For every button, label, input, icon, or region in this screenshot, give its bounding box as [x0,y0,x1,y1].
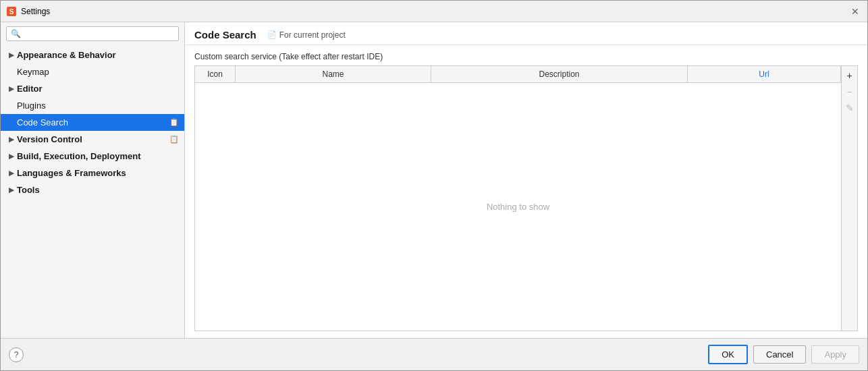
for-current-project-tab[interactable]: 📄 For current project [267,30,346,40]
sidebar-item-label: Build, Execution, Deployment [17,151,140,161]
sidebar-item-label: Editor [17,84,43,94]
sidebar-item-tools[interactable]: ▶ Tools [1,181,184,198]
sidebar-item-label: Languages & Frameworks [17,168,126,178]
sidebar-item-label: Code Search [17,117,68,127]
table-toolbar: + − ✎ [841,66,857,331]
table-main: Icon Name Description Url Nothing to sho… [195,66,841,331]
help-icon: ? [14,350,19,360]
col-description: Description [431,66,688,82]
apply-button[interactable]: Apply [811,345,859,364]
cancel-button[interactable]: Cancel [753,345,806,364]
sidebar-item-label: Plugins [17,101,46,111]
help-button[interactable]: ? [9,347,24,362]
table-body: Nothing to show [195,83,841,331]
custom-search-label: Custom search service (Take effect after… [194,52,858,61]
tab-icon: 📄 [267,30,277,39]
ok-button[interactable]: OK [708,345,748,364]
sidebar-item-version-control[interactable]: ▶ Version Control 📋 [1,131,184,148]
sidebar-badge: 📋 [169,118,179,127]
bottom-bar: ? OK Cancel Apply [1,338,867,370]
title-bar: S Settings ✕ [1,1,867,22]
chevron-icon: ▶ [9,136,14,143]
app-icon: S [6,6,17,17]
col-url: Url [688,66,841,82]
panel-header: Code Search 📄 For current project [185,22,867,45]
nav-list: ▶ Appearance & Behavior Keymap ▶ Editor … [1,45,184,338]
edit-button[interactable]: ✎ [842,101,857,115]
table-container: Icon Name Description Url Nothing to sho… [194,65,858,331]
svg-text:S: S [9,8,14,16]
close-button[interactable]: ✕ [848,5,862,18]
right-panel: Code Search 📄 For current project Custom… [185,22,867,338]
sidebar-badge: 📋 [169,135,179,144]
sidebar-item-label: Keymap [17,67,49,77]
sidebar-item-code-search[interactable]: Code Search 📋 [1,114,184,131]
sidebar-item-label: Appearance & Behavior [17,50,116,60]
sidebar: 🔍 ▶ Appearance & Behavior Keymap ▶ Edito… [1,22,185,338]
tab-label: For current project [279,30,346,40]
panel-body: Custom search service (Take effect after… [185,45,867,338]
sidebar-item-appearance[interactable]: ▶ Appearance & Behavior [1,47,184,63]
sidebar-item-keymap[interactable]: Keymap [1,63,184,80]
search-input[interactable] [24,29,174,38]
sidebar-item-build[interactable]: ▶ Build, Execution, Deployment [1,148,184,165]
sidebar-item-editor[interactable]: ▶ Editor [1,80,184,97]
sidebar-item-label: Tools [17,185,40,195]
chevron-icon: ▶ [9,51,14,59]
sidebar-item-languages[interactable]: ▶ Languages & Frameworks [1,165,184,181]
chevron-icon: ▶ [9,169,14,177]
main-content: 🔍 ▶ Appearance & Behavior Keymap ▶ Edito… [1,22,867,338]
sidebar-item-label: Version Control [17,134,82,144]
sidebar-item-plugins[interactable]: Plugins [1,97,184,114]
chevron-icon: ▶ [9,85,14,92]
search-icon: 🔍 [11,29,21,38]
window-title: Settings [21,7,848,16]
col-name: Name [236,66,431,82]
add-button[interactable]: + [842,68,857,83]
chevron-icon: ▶ [9,186,14,194]
table-header: Icon Name Description Url [195,66,841,83]
settings-window: S Settings ✕ 🔍 ▶ Appearance & Behavior K… [0,0,868,371]
panel-title: Code Search [194,29,256,40]
col-icon: Icon [195,66,236,82]
remove-button[interactable]: − [842,84,857,99]
chevron-icon: ▶ [9,152,14,160]
search-box: 🔍 [6,26,179,41]
empty-message: Nothing to show [487,202,549,212]
